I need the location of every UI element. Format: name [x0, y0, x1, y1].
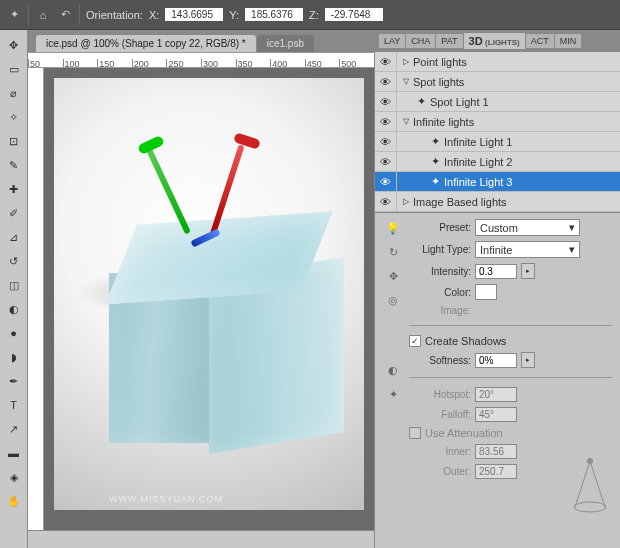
- tab-layers[interactable]: LAY: [379, 34, 405, 48]
- status-bar: [28, 530, 374, 548]
- visibility-icon[interactable]: 👁: [375, 112, 397, 131]
- blur-tool[interactable]: ●: [3, 322, 25, 344]
- path-tool[interactable]: ↗: [3, 418, 25, 440]
- tab-actions[interactable]: ACT: [526, 34, 554, 48]
- outer-input: [475, 464, 517, 479]
- panel-tabs: LAY CHA PAT 3D (LIGHTS) ACT MIN: [375, 30, 620, 52]
- chevron-down-icon: ▽: [403, 117, 409, 126]
- use-attenuation-checkbox: [409, 427, 421, 439]
- canvas-viewport[interactable]: WWW.MISSYUAN.COM: [44, 68, 374, 530]
- visibility-icon[interactable]: 👁: [375, 92, 397, 111]
- visibility-icon[interactable]: 👁: [375, 132, 397, 151]
- light-infinite-1[interactable]: 👁 ✦Infinite Light 1: [375, 132, 620, 152]
- orientation-y[interactable]: 185.6376: [245, 8, 303, 21]
- tab-3d[interactable]: 3D (LIGHTS): [464, 33, 525, 49]
- right-panel: LAY CHA PAT 3D (LIGHTS) ACT MIN 👁 ▷Point…: [374, 30, 620, 548]
- color-swatch[interactable]: [475, 284, 497, 300]
- light-orbit-icon[interactable]: ↻: [384, 243, 402, 261]
- gradient-tool[interactable]: ◐: [3, 298, 25, 320]
- light-toggle-icon[interactable]: ◐: [384, 361, 402, 379]
- wand-tool[interactable]: ✧: [3, 106, 25, 128]
- light-spot-1[interactable]: 👁 ✦Spot Light 1: [375, 92, 620, 112]
- return-icon[interactable]: ↶: [57, 7, 73, 23]
- crop-tool[interactable]: ⊡: [3, 130, 25, 152]
- intensity-input[interactable]: [475, 264, 517, 279]
- stamp-tool[interactable]: ⊿: [3, 226, 25, 248]
- svg-line-2: [590, 461, 605, 507]
- light-infinite-2[interactable]: 👁 ✦Infinite Light 2: [375, 152, 620, 172]
- visibility-icon[interactable]: 👁: [375, 172, 397, 191]
- light-type-dropdown[interactable]: Infinite▾: [475, 241, 580, 258]
- softness-input[interactable]: [475, 353, 517, 368]
- eraser-tool[interactable]: ◫: [3, 274, 25, 296]
- ruler-vertical: [28, 68, 44, 530]
- visibility-icon[interactable]: 👁: [375, 152, 397, 171]
- light-group-image-based[interactable]: 👁 ▷Image Based lights: [375, 192, 620, 212]
- hotspot-input: [475, 387, 517, 402]
- orientation-label: Orientation:: [86, 9, 143, 21]
- create-shadows-checkbox[interactable]: ✓: [409, 335, 421, 347]
- chevron-down-icon: ▽: [403, 77, 409, 86]
- svg-line-1: [575, 461, 590, 507]
- spot-light-icon: ✦: [417, 95, 426, 108]
- heal-tool[interactable]: ✚: [3, 178, 25, 200]
- infinite-light-icon: ✦: [431, 175, 440, 188]
- move-tool[interactable]: ✥: [3, 34, 25, 56]
- light-pan-icon[interactable]: ✥: [384, 267, 402, 285]
- tab-ice-psd[interactable]: ice.psd @ 100% (Shape 1 copy 22, RGB/8) …: [36, 35, 256, 52]
- inner-input: [475, 444, 517, 459]
- infinite-light-icon: ✦: [431, 155, 440, 168]
- ruler-horizontal: 50100 150200 250300 350400 450500: [28, 52, 374, 68]
- lasso-tool[interactable]: ⌀: [3, 82, 25, 104]
- light-group-infinite[interactable]: 👁 ▽Infinite lights: [375, 112, 620, 132]
- intensity-slider[interactable]: ▸: [521, 263, 535, 279]
- toolbox: ✥ ▭ ⌀ ✧ ⊡ ✎ ✚ ✐ ⊿ ↺ ◫ ◐ ● ◗ ✒ T ↗ ▬ ◈ ✋: [0, 30, 28, 548]
- light-cone-preview: [572, 457, 608, 513]
- ice-cube-3d[interactable]: [104, 218, 344, 448]
- tab-ice1-psb[interactable]: ice1.psb: [257, 35, 314, 52]
- orientation-z[interactable]: -29.7648: [325, 8, 383, 21]
- svg-point-0: [574, 502, 606, 512]
- options-bar: ✦ ⌂ ↶ Orientation: X: 143.6695 Y: 185.63…: [0, 0, 620, 30]
- hand-tool[interactable]: ✋: [3, 490, 25, 512]
- lights-list: 👁 ▷Point lights 👁 ▽Spot lights 👁 ✦Spot L…: [375, 52, 620, 213]
- tab-mini[interactable]: MIN: [555, 34, 582, 48]
- light-group-spot[interactable]: 👁 ▽Spot lights: [375, 72, 620, 92]
- chevron-down-icon: ▾: [569, 221, 575, 234]
- infinite-light-icon: ✦: [431, 135, 440, 148]
- tool-icon[interactable]: ✦: [6, 7, 22, 23]
- tab-channels[interactable]: CHA: [406, 34, 435, 48]
- visibility-icon[interactable]: 👁: [375, 72, 397, 91]
- dodge-tool[interactable]: ◗: [3, 346, 25, 368]
- svg-point-3: [587, 458, 593, 464]
- light-point-icon[interactable]: ✦: [384, 385, 402, 403]
- chevron-down-icon: ▾: [569, 243, 575, 256]
- history-brush-tool[interactable]: ↺: [3, 250, 25, 272]
- softness-slider[interactable]: ▸: [521, 352, 535, 368]
- light-properties: 💡 ↻ ✥ ◎ ◐ ✦ Preset: Custom▾ Light Type: …: [375, 213, 620, 548]
- document-tabs: ice.psd @ 100% (Shape 1 copy 22, RGB/8) …: [28, 30, 374, 52]
- tab-paths[interactable]: PAT: [436, 34, 462, 48]
- marquee-tool[interactable]: ▭: [3, 58, 25, 80]
- home-icon[interactable]: ⌂: [35, 7, 51, 23]
- light-group-point[interactable]: 👁 ▷Point lights: [375, 52, 620, 72]
- light-aim-icon[interactable]: ◎: [384, 291, 402, 309]
- type-tool[interactable]: T: [3, 394, 25, 416]
- chevron-right-icon: ▷: [403, 197, 409, 206]
- pen-tool[interactable]: ✒: [3, 370, 25, 392]
- falloff-input: [475, 407, 517, 422]
- orientation-x[interactable]: 143.6695: [165, 8, 223, 21]
- chevron-right-icon: ▷: [403, 57, 409, 66]
- shape-tool[interactable]: ▬: [3, 442, 25, 464]
- watermark: WWW.MISSYUAN.COM: [109, 494, 223, 504]
- new-light-icon[interactable]: 💡: [384, 219, 402, 237]
- 3d-tool[interactable]: ◈: [3, 466, 25, 488]
- brush-tool[interactable]: ✐: [3, 202, 25, 224]
- light-infinite-3[interactable]: 👁 ✦Infinite Light 3: [375, 172, 620, 192]
- visibility-icon[interactable]: 👁: [375, 192, 397, 211]
- visibility-icon[interactable]: 👁: [375, 52, 397, 71]
- preset-dropdown[interactable]: Custom▾: [475, 219, 580, 236]
- eyedropper-tool[interactable]: ✎: [3, 154, 25, 176]
